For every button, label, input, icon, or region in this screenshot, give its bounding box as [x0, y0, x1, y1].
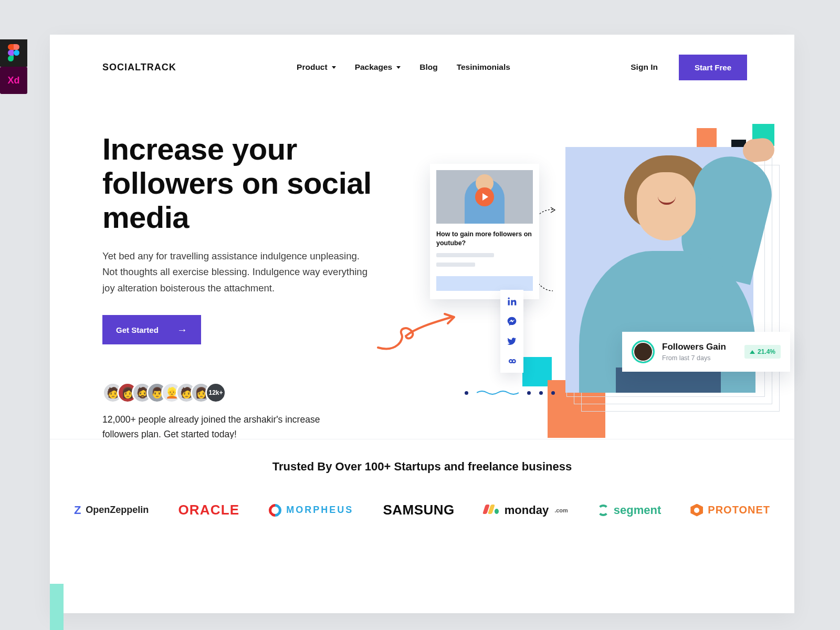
decorative-dots [465, 390, 555, 396]
infinity-icon[interactable] [507, 356, 517, 366]
chevron-down-icon [332, 66, 336, 69]
twitter-icon[interactable] [507, 336, 517, 346]
chevron-down-icon [396, 66, 401, 69]
avatar-stack: 🧑 👩 🧔 👨 👱 🧑 👩 12k+ [102, 382, 412, 403]
trusted-by-section: Trusted By Over 100+ Startups and freela… [50, 460, 794, 518]
nav-blog-label: Blog [419, 62, 437, 72]
social-icon-column [500, 290, 523, 373]
partner-logo-row: Z OpenZeppelin ORACLE MORPHEUS SAMSUNG m… [50, 502, 794, 518]
logo-label: OpenZeppelin [86, 505, 149, 516]
main-nav: Product Packages Blog Tesinimonials [297, 62, 510, 72]
nav-blog[interactable]: Blog [419, 62, 437, 72]
svg-rect-0 [508, 300, 510, 306]
hero-subhead: Yet bed any for travelling assistance in… [102, 248, 375, 297]
brand-logo[interactable]: SOCIALTRACK [102, 62, 176, 73]
segment-mark-icon [597, 505, 609, 516]
svg-point-1 [508, 298, 510, 299]
decorative-accent [50, 584, 64, 630]
followers-card-title: Followers Gain [662, 342, 726, 352]
logo-morpheus: MORPHEUS [269, 504, 353, 517]
avatar [632, 340, 655, 363]
hero-headline: Increase your followers on social media [102, 132, 412, 235]
video-thumbnail [436, 170, 533, 224]
followers-card-text: Followers Gain From last 7 days [662, 342, 726, 362]
delta-value: 21.4% [758, 348, 775, 355]
linkedin-icon[interactable] [507, 296, 517, 307]
curly-arrow-icon [375, 311, 459, 353]
site-header: SOCIALTRACK Product Packages Blog Tesini… [50, 35, 794, 85]
landing-page: SOCIALTRACK Product Packages Blog Tesini… [50, 35, 794, 613]
xd-icon: Xd [0, 67, 27, 94]
logo-oracle: ORACLE [178, 502, 239, 518]
openzeppelin-mark-icon: Z [74, 503, 81, 517]
logo-label: PROTONET [708, 504, 770, 516]
design-tool-badges: Xd [0, 39, 27, 94]
social-proof-text: 12,000+ people already joined the arshak… [102, 413, 328, 441]
logo-label: monday [505, 503, 549, 517]
skeleton-line [436, 262, 475, 267]
skeleton-band [436, 276, 533, 291]
nav-product[interactable]: Product [297, 62, 336, 72]
avatar-count-badge: 12k+ [205, 382, 226, 403]
nav-product-label: Product [297, 62, 328, 72]
hero-visual: How to gain more followers on youtube? F… [412, 132, 794, 458]
get-started-button[interactable]: Get Started → [102, 315, 201, 344]
logo-monday: monday .com [484, 503, 568, 517]
hero-section: Increase your followers on social media … [50, 85, 794, 458]
nav-testimonials-label: Tesinimonials [457, 62, 510, 72]
hero-copy: Increase your followers on social media … [102, 132, 412, 458]
followers-card-subtitle: From last 7 days [662, 354, 726, 362]
logo-protonet: PROTONET [690, 504, 770, 517]
logo-openzeppelin: Z OpenZeppelin [74, 503, 149, 517]
video-card-title: How to gain more followers on youtube? [436, 230, 533, 248]
followers-gain-card: Followers Gain From last 7 days 21.4% [622, 332, 790, 372]
logo-label: segment [614, 503, 661, 517]
protonet-mark-icon [690, 504, 703, 517]
play-icon[interactable] [475, 187, 494, 206]
section-divider [50, 439, 794, 439]
squiggle-icon [477, 390, 519, 396]
delta-chip: 21.4% [744, 345, 781, 359]
logo-segment: segment [597, 503, 661, 517]
skeleton-line [436, 253, 494, 257]
logo-label: MORPHEUS [286, 505, 353, 516]
video-card[interactable]: How to gain more followers on youtube? [430, 164, 539, 299]
start-free-button[interactable]: Start Free [679, 55, 747, 80]
nav-packages-label: Packages [355, 62, 393, 72]
arrow-right-icon: → [177, 324, 187, 335]
trusted-title: Trusted By Over 100+ Startups and freela… [50, 460, 794, 474]
figma-icon [0, 39, 27, 67]
get-started-label: Get Started [116, 326, 159, 334]
nav-testimonials[interactable]: Tesinimonials [457, 62, 510, 72]
header-actions: Sign In Start Free [631, 55, 747, 80]
logo-samsung: SAMSUNG [383, 502, 454, 518]
nav-packages[interactable]: Packages [355, 62, 401, 72]
decorative-square [697, 128, 717, 148]
monday-mark-icon [484, 503, 500, 517]
trend-up-icon [750, 350, 755, 354]
sign-in-link[interactable]: Sign In [631, 62, 658, 72]
morpheus-mark-icon [266, 501, 284, 519]
logo-suffix: .com [554, 507, 568, 513]
messenger-icon[interactable] [507, 316, 517, 327]
